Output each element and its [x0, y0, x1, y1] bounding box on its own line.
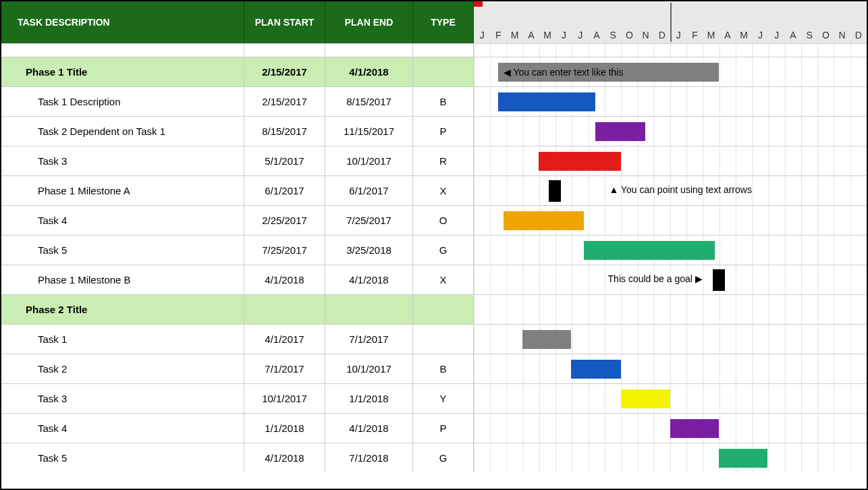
- cell-end[interactable]: 11/15/2017: [325, 117, 413, 146]
- gantt-bar[interactable]: [595, 122, 645, 141]
- cell-end[interactable]: 4/1/2018: [325, 57, 413, 86]
- row-left: Task 310/1/20171/1/2018Y: [1, 384, 474, 413]
- header-task[interactable]: TASK DESCRIPTION: [1, 1, 244, 43]
- cell-type[interactable]: X: [413, 176, 474, 205]
- cell-type[interactable]: [413, 57, 474, 86]
- row-left: Task 14/1/20177/1/2017: [1, 325, 474, 354]
- cell-start[interactable]: [244, 295, 325, 324]
- cell-start[interactable]: 4/1/2018: [244, 265, 325, 294]
- cell-end[interactable]: 4/1/2018: [325, 265, 413, 294]
- month-label: N: [834, 30, 850, 40]
- month-label: D: [654, 30, 670, 40]
- cell-type[interactable]: [413, 325, 474, 354]
- row-left: Task 2 Dependent on Task 18/15/201711/15…: [1, 117, 474, 146]
- cell-start[interactable]: 4/1/2017: [244, 325, 325, 354]
- cell-end[interactable]: [325, 44, 413, 57]
- cell-type[interactable]: O: [413, 206, 474, 235]
- cell-task[interactable]: Task 4: [1, 414, 244, 443]
- gantt-bar[interactable]: [504, 211, 585, 230]
- cell-end[interactable]: 7/1/2018: [325, 443, 413, 472]
- row-timeline: [474, 236, 867, 265]
- month-label: N: [638, 30, 654, 40]
- cell-task[interactable]: Phase 1 Milestone A: [1, 176, 244, 205]
- gantt-bar[interactable]: [539, 152, 621, 171]
- cell-start[interactable]: 5/1/2017: [244, 146, 325, 175]
- gantt-rows: Phase 1 Title2/15/20174/1/2018◀ You can …: [1, 43, 867, 472]
- month-label: S: [801, 30, 817, 40]
- month-label: M: [507, 30, 523, 40]
- month-label: M: [736, 30, 752, 40]
- month-label: J: [752, 30, 768, 40]
- row-timeline: [474, 117, 867, 146]
- cell-end[interactable]: [325, 295, 413, 324]
- cell-task[interactable]: Task 2: [1, 354, 244, 383]
- spacer-row: [1, 43, 867, 57]
- cell-start[interactable]: [244, 44, 325, 57]
- cell-type[interactable]: Y: [413, 384, 474, 413]
- row-left: Task 35/1/201710/1/2017R: [1, 146, 474, 175]
- gantt-bar[interactable]: [621, 389, 670, 408]
- cell-task[interactable]: Phase 2 Title: [1, 295, 244, 324]
- row-timeline: ◀ You can enter text like this: [474, 57, 867, 86]
- cell-type[interactable]: X: [413, 265, 474, 294]
- gantt-bar[interactable]: [571, 360, 620, 379]
- cell-start[interactable]: 2/15/2017: [244, 87, 325, 116]
- task-row: Phase 1 Milestone B4/1/20184/1/2018XThis…: [1, 265, 867, 294]
- cell-start[interactable]: 6/1/2017: [244, 176, 325, 205]
- cell-task[interactable]: Task 3: [1, 384, 244, 413]
- gantt-bar[interactable]: [498, 92, 595, 111]
- cell-task[interactable]: Task 3: [1, 146, 244, 175]
- cell-type[interactable]: [413, 295, 474, 324]
- month-label: A: [589, 30, 605, 40]
- cell-end[interactable]: 4/1/2018: [325, 414, 413, 443]
- gantt-bar[interactable]: [522, 330, 572, 349]
- gantt-bar[interactable]: [719, 449, 768, 468]
- cell-end[interactable]: 7/25/2017: [325, 206, 413, 235]
- month-label: F: [686, 30, 703, 40]
- cell-start[interactable]: 4/1/2018: [244, 443, 325, 472]
- cell-type[interactable]: B: [413, 87, 474, 116]
- cell-task[interactable]: Task 5: [1, 443, 244, 472]
- cell-start[interactable]: 2/25/2017: [244, 206, 325, 235]
- cell-end[interactable]: 1/1/2018: [325, 384, 413, 413]
- cell-task[interactable]: Task 5: [1, 236, 244, 265]
- row-timeline: [474, 87, 867, 116]
- cell-start[interactable]: 7/1/2017: [244, 354, 325, 383]
- cell-task[interactable]: Phase 1 Title: [1, 57, 244, 86]
- cell-start[interactable]: 7/25/2017: [244, 236, 325, 265]
- cell-start[interactable]: 2/15/2017: [244, 57, 325, 86]
- cell-end[interactable]: 8/15/2017: [325, 87, 413, 116]
- gantt-bar[interactable]: [670, 419, 719, 438]
- cell-type[interactable]: P: [413, 414, 474, 443]
- cell-end[interactable]: 6/1/2017: [325, 176, 413, 205]
- cell-task[interactable]: [1, 44, 244, 57]
- cell-task[interactable]: Task 1 Description: [1, 87, 244, 116]
- cell-type[interactable]: G: [413, 443, 474, 472]
- task-row: Task 41/1/20184/1/2018P: [1, 413, 867, 443]
- cell-task[interactable]: Task 4: [1, 206, 244, 235]
- row-left: Task 54/1/20187/1/2018G: [1, 443, 474, 472]
- milestone-marker: [713, 269, 725, 291]
- cell-type[interactable]: R: [413, 146, 474, 175]
- cell-end[interactable]: 7/1/2017: [325, 325, 413, 354]
- header-end[interactable]: PLAN END: [325, 1, 413, 43]
- cell-end[interactable]: 10/1/2017: [325, 354, 413, 383]
- cell-type[interactable]: B: [413, 354, 474, 383]
- cell-type[interactable]: [413, 44, 474, 57]
- year-divider: [670, 3, 672, 42]
- header-type[interactable]: TYPE: [413, 1, 474, 43]
- cell-task[interactable]: Phase 1 Milestone B: [1, 265, 244, 294]
- month-label: S: [605, 30, 621, 40]
- cell-task[interactable]: Task 2 Dependent on Task 1: [1, 117, 244, 146]
- cell-type[interactable]: G: [413, 236, 474, 265]
- row-left: Phase 1 Milestone A6/1/20176/1/2017X: [1, 176, 474, 205]
- cell-task[interactable]: Task 1: [1, 325, 244, 354]
- cell-type[interactable]: P: [413, 117, 474, 146]
- cell-start[interactable]: 1/1/2018: [244, 414, 325, 443]
- gantt-bar[interactable]: [584, 241, 715, 260]
- cell-end[interactable]: 10/1/2017: [325, 146, 413, 175]
- header-start[interactable]: PLAN START: [244, 1, 325, 43]
- cell-start[interactable]: 8/15/2017: [244, 117, 325, 146]
- cell-end[interactable]: 3/25/2018: [325, 236, 413, 265]
- cell-start[interactable]: 10/1/2017: [244, 384, 325, 413]
